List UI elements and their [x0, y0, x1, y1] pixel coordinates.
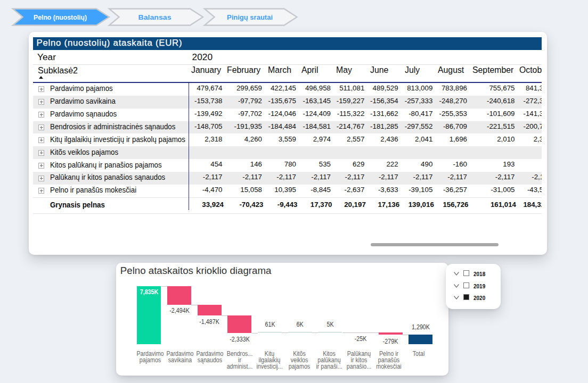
svg-text:Balansas: Balansas [138, 13, 172, 21]
svg-text:Pelno (nuostolių): Pelno (nuostolių) [34, 13, 87, 21]
svg-text:Pinigų srautai: Pinigų srautai [227, 13, 273, 21]
